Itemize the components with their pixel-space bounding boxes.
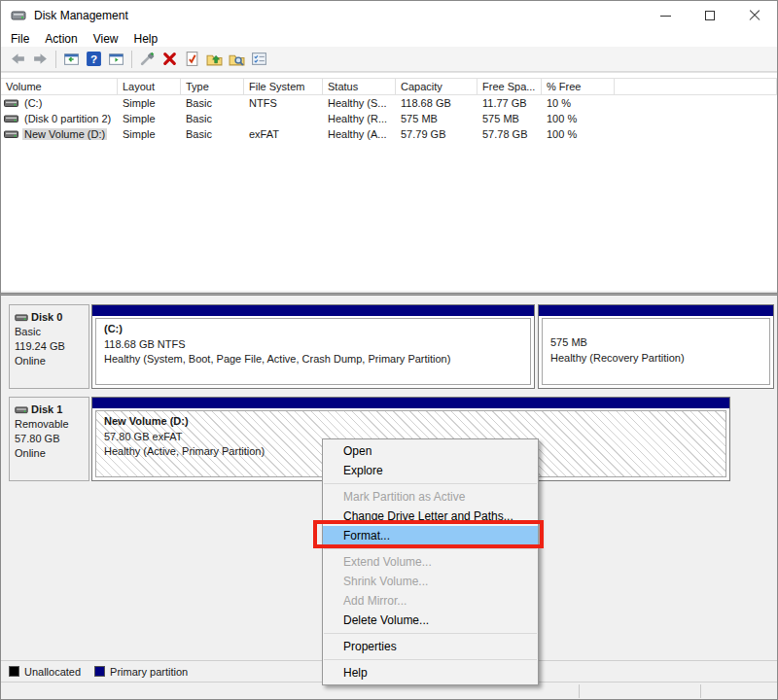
column-filler xyxy=(615,79,777,94)
disk-kind: Basic xyxy=(15,325,88,339)
volume-icon xyxy=(4,99,18,108)
forward-icon[interactable] xyxy=(29,49,51,70)
primary-partition-band xyxy=(92,398,729,408)
disk-0-row: Disk 0 Basic 119.24 GB Online (C:) 118.6… xyxy=(1,304,777,389)
partition-c-drive[interactable]: (C:) 118.68 GB NTFS Healthy (System, Boo… xyxy=(91,304,535,389)
disk-1-label[interactable]: Disk 1 Removable 57.80 GB Online xyxy=(9,397,89,481)
menu-separator xyxy=(324,483,537,484)
menu-bar: File Action View Help xyxy=(1,30,777,47)
disk-management-window: Disk Management File Action View Help ? xyxy=(0,0,778,700)
column-volume[interactable]: Volume xyxy=(1,79,118,94)
volume-cell: (C:) xyxy=(1,97,118,109)
volume-cell: (Disk 0 partition 2) xyxy=(1,113,118,124)
disk-icon xyxy=(15,314,28,322)
capacity-cell: 118.68 GB xyxy=(396,97,477,109)
disk-kind: Removable xyxy=(15,417,88,432)
menu-item-add-mirror: Add Mirror... xyxy=(323,591,538,611)
close-button[interactable] xyxy=(732,1,777,30)
action-pane-icon[interactable] xyxy=(105,49,126,70)
status-cell: Healthy (S... xyxy=(323,97,396,109)
console-tree-icon[interactable] xyxy=(60,49,82,70)
column-type[interactable]: Type xyxy=(181,79,244,94)
pane-splitter[interactable] xyxy=(1,291,777,298)
partition-recovery[interactable]: 575 MB Healthy (Recovery Partition) xyxy=(538,304,774,389)
column-status[interactable]: Status xyxy=(323,79,396,94)
toolbar-separator xyxy=(55,51,56,68)
percent-free-cell: 100 % xyxy=(542,113,615,124)
window-title: Disk Management xyxy=(34,9,128,22)
volume-icon xyxy=(4,130,18,139)
set-active-icon[interactable] xyxy=(181,49,202,70)
help-icon[interactable]: ? xyxy=(83,49,104,70)
menu-separator xyxy=(324,659,537,660)
svg-text:?: ? xyxy=(89,52,96,65)
primary-partition-band xyxy=(539,305,773,316)
menu-separator xyxy=(324,633,537,634)
volume-table-header: Volume Layout Type File System Status Ca… xyxy=(1,78,777,95)
menu-view[interactable]: View xyxy=(86,32,126,46)
column-percent-free[interactable]: % Free xyxy=(542,79,615,94)
legend-label: Primary partition xyxy=(110,666,188,678)
title-bar[interactable]: Disk Management xyxy=(1,1,777,30)
menu-item-open[interactable]: Open xyxy=(323,441,538,461)
table-row-new-volume-d[interactable]: New Volume (D:) Simple Basic exFAT Healt… xyxy=(1,126,777,142)
menu-item-change-drive-letter[interactable]: Change Drive Letter and Paths... xyxy=(323,507,538,526)
free-space-cell: 575 MB xyxy=(477,113,542,124)
disk-status: Online xyxy=(15,446,88,461)
menu-item-mark-partition-active: Mark Partition as Active xyxy=(323,487,538,507)
disk-0-label[interactable]: Disk 0 Basic 119.24 GB Online xyxy=(9,304,89,389)
legend-primary-partition: Primary partition xyxy=(94,666,188,678)
disk-icon xyxy=(15,406,28,414)
type-cell: Basic xyxy=(181,128,244,140)
percent-free-cell: 100 % xyxy=(542,128,615,140)
menu-item-help[interactable]: Help xyxy=(323,663,538,682)
status-cell: Healthy (R... xyxy=(323,113,396,124)
explore-folder-icon[interactable] xyxy=(226,49,247,70)
table-row-c-drive[interactable]: (C:) Simple Basic NTFS Healthy (S... 118… xyxy=(1,95,777,111)
properties-icon[interactable] xyxy=(248,49,269,70)
disk-management-app-icon xyxy=(11,8,26,23)
menu-item-explore[interactable]: Explore xyxy=(323,461,538,480)
menu-item-properties[interactable]: Properties xyxy=(323,637,538,656)
disk-status: Online xyxy=(15,354,88,368)
column-capacity[interactable]: Capacity xyxy=(396,79,477,94)
layout-cell: Simple xyxy=(118,97,181,109)
volume-name: (C:) xyxy=(22,97,44,109)
partition-size: 118.68 GB NTFS xyxy=(104,337,522,353)
delete-icon[interactable] xyxy=(159,49,180,70)
partition-size: 575 MB xyxy=(550,335,761,351)
menu-file[interactable]: File xyxy=(1,32,37,46)
disk-size: 57.80 GB xyxy=(15,432,88,446)
capacity-cell: 57.79 GB xyxy=(396,128,477,140)
disk-name: Disk 1 xyxy=(31,402,62,417)
volume-name-selected: New Volume (D:) xyxy=(22,128,107,140)
percent-free-cell: 10 % xyxy=(542,97,615,109)
rescan-icon[interactable] xyxy=(136,49,158,70)
open-folder-icon[interactable] xyxy=(203,49,225,70)
column-layout[interactable]: Layout xyxy=(118,79,181,94)
layout-cell: Simple xyxy=(118,113,181,124)
disk-size: 119.24 GB xyxy=(15,339,88,354)
column-free-space[interactable]: Free Spa... xyxy=(477,79,542,94)
minimize-icon xyxy=(660,16,671,17)
table-row-disk0-partition2[interactable]: (Disk 0 partition 2) Simple Basic Health… xyxy=(1,111,777,126)
partition-title: (C:) xyxy=(104,322,522,337)
back-icon[interactable] xyxy=(7,49,28,70)
volume-cell: New Volume (D:) xyxy=(1,128,118,140)
minimize-button[interactable] xyxy=(643,1,688,30)
layout-cell: Simple xyxy=(118,128,181,140)
toolbar: ? xyxy=(1,47,777,72)
menu-help[interactable]: Help xyxy=(126,32,166,46)
legend-unallocated: Unallocated xyxy=(9,666,81,678)
splitter-bar xyxy=(1,293,777,296)
menu-action[interactable]: Action xyxy=(37,32,85,46)
column-file-system[interactable]: File System xyxy=(244,79,323,94)
menu-item-format[interactable]: Format... xyxy=(323,526,538,545)
maximize-icon xyxy=(705,11,715,20)
volume-icon xyxy=(4,115,18,123)
type-cell: Basic xyxy=(181,113,244,124)
unallocated-swatch xyxy=(9,666,19,677)
maximize-button[interactable] xyxy=(688,1,732,30)
menu-item-delete-volume[interactable]: Delete Volume... xyxy=(323,611,538,630)
status-cell: Healthy (A... xyxy=(323,128,396,140)
